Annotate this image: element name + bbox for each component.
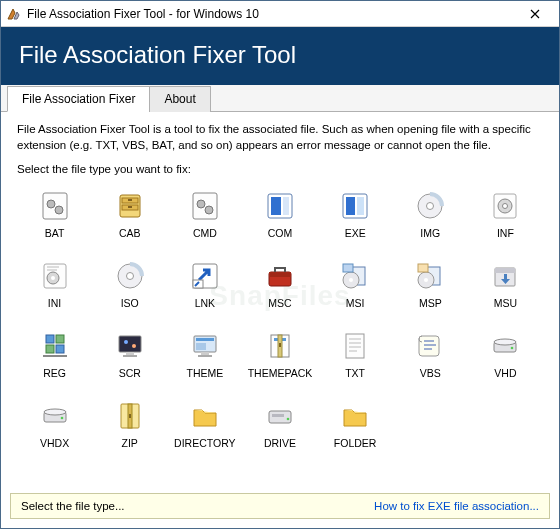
gear-page-icon bbox=[188, 189, 222, 223]
filetype-item-cab[interactable]: CAB bbox=[94, 185, 165, 251]
svg-point-71 bbox=[287, 418, 290, 421]
filetype-item-msi[interactable]: MSI bbox=[320, 255, 391, 321]
svg-point-21 bbox=[503, 204, 508, 209]
svg-point-33 bbox=[349, 278, 353, 282]
filetype-label: MSP bbox=[419, 297, 442, 309]
theme-icon bbox=[188, 329, 222, 363]
svg-rect-48 bbox=[126, 352, 134, 355]
filetype-item-msc[interactable]: MSC bbox=[244, 255, 315, 321]
svg-rect-70 bbox=[272, 414, 284, 417]
filetype-item-reg[interactable]: REG bbox=[19, 325, 90, 391]
filetype-item-com[interactable]: COM bbox=[244, 185, 315, 251]
filetype-item-img[interactable]: IMG bbox=[395, 185, 466, 251]
filetype-item-folder[interactable]: FOLDER bbox=[320, 395, 391, 461]
filetype-label: VHD bbox=[494, 367, 516, 379]
svg-point-64 bbox=[44, 409, 66, 415]
filetype-item-zip[interactable]: ZIP bbox=[94, 395, 165, 461]
installer-icon bbox=[338, 259, 372, 293]
tab-file-association-fixer[interactable]: File Association Fixer bbox=[7, 86, 150, 112]
registry-icon bbox=[38, 329, 72, 363]
filetype-item-directory[interactable]: DIRECTORY bbox=[169, 395, 240, 461]
svg-point-62 bbox=[511, 347, 514, 350]
filetype-label: ISO bbox=[121, 297, 139, 309]
folder-icon bbox=[338, 399, 372, 433]
filetype-item-lnk[interactable]: LNK bbox=[169, 255, 240, 321]
svg-point-9 bbox=[197, 200, 205, 208]
svg-rect-12 bbox=[271, 197, 281, 215]
svg-rect-54 bbox=[198, 355, 212, 357]
toolbox-icon bbox=[263, 259, 297, 293]
close-icon bbox=[530, 9, 540, 19]
filetype-label: LNK bbox=[195, 297, 215, 309]
filetype-label: VHDX bbox=[40, 437, 69, 449]
filetype-item-vbs[interactable]: VBS bbox=[395, 325, 466, 391]
help-link[interactable]: How to fix EXE file association... bbox=[374, 500, 539, 512]
filetype-label: IMG bbox=[420, 227, 440, 239]
svg-rect-40 bbox=[495, 268, 515, 273]
filetype-label: EXE bbox=[345, 227, 366, 239]
disk-icon bbox=[488, 329, 522, 363]
svg-point-24 bbox=[51, 276, 55, 280]
svg-rect-45 bbox=[119, 336, 141, 352]
svg-point-65 bbox=[60, 417, 63, 420]
description-text: File Association Fixer Tool is a tool to… bbox=[17, 122, 543, 153]
filetype-label: BAT bbox=[45, 227, 65, 239]
filetype-label: SCR bbox=[119, 367, 141, 379]
status-message: Select the file type... bbox=[21, 500, 374, 512]
filetype-label: THEMEPACK bbox=[248, 367, 313, 379]
svg-point-37 bbox=[424, 278, 428, 282]
exe-app-icon bbox=[338, 189, 372, 223]
filetype-item-vhd[interactable]: VHD bbox=[470, 325, 541, 391]
themepack-icon bbox=[263, 329, 297, 363]
filetype-label: REG bbox=[43, 367, 66, 379]
filetype-label: THEME bbox=[186, 367, 223, 379]
filetype-item-bat[interactable]: BAT bbox=[19, 185, 90, 251]
filetype-label: ZIP bbox=[122, 437, 138, 449]
com-app-icon bbox=[263, 189, 297, 223]
svg-point-18 bbox=[427, 203, 434, 210]
gear-page-icon bbox=[38, 189, 72, 223]
filetype-item-ini[interactable]: INI bbox=[19, 255, 90, 321]
filetype-label: INF bbox=[497, 227, 514, 239]
filetype-label: CAB bbox=[119, 227, 141, 239]
filetype-label: MSC bbox=[268, 297, 291, 309]
filetype-item-msu[interactable]: MSU bbox=[470, 255, 541, 321]
filetype-label: FOLDER bbox=[334, 437, 377, 449]
svg-rect-13 bbox=[283, 197, 289, 215]
script-icon bbox=[413, 329, 447, 363]
update-box-icon bbox=[488, 259, 522, 293]
filetype-item-inf[interactable]: INF bbox=[470, 185, 541, 251]
installer-patch-icon bbox=[413, 259, 447, 293]
filetype-label: CMD bbox=[193, 227, 217, 239]
svg-rect-58 bbox=[279, 343, 281, 347]
filetype-label: MSI bbox=[346, 297, 365, 309]
filetype-item-cmd[interactable]: CMD bbox=[169, 185, 240, 251]
svg-point-2 bbox=[55, 206, 63, 214]
tab-strip: File Association Fixer About bbox=[1, 85, 559, 112]
drive-icon bbox=[263, 399, 297, 433]
filetype-item-scr[interactable]: SCR bbox=[94, 325, 165, 391]
app-icon bbox=[5, 6, 21, 22]
filetype-item-msp[interactable]: MSP bbox=[395, 255, 466, 321]
svg-rect-44 bbox=[56, 345, 64, 353]
zip-icon bbox=[113, 399, 147, 433]
folder-icon bbox=[188, 399, 222, 433]
filetype-item-themepack[interactable]: THEMEPACK bbox=[244, 325, 315, 391]
filetype-item-drive[interactable]: DRIVE bbox=[244, 395, 315, 461]
filetype-item-vhdx[interactable]: VHDX bbox=[19, 395, 90, 461]
svg-point-47 bbox=[132, 344, 136, 348]
filetype-label: INI bbox=[48, 297, 61, 309]
prompt-text: Select the file type you want to fix: bbox=[17, 163, 543, 175]
window-close-button[interactable] bbox=[515, 2, 555, 26]
screensaver-icon bbox=[113, 329, 147, 363]
filetype-item-exe[interactable]: EXE bbox=[320, 185, 391, 251]
disk-icon bbox=[38, 399, 72, 433]
filetype-item-txt[interactable]: TXT bbox=[320, 325, 391, 391]
svg-point-10 bbox=[205, 206, 213, 214]
tab-content: File Association Fixer Tool is a tool to… bbox=[1, 112, 559, 469]
filetype-item-theme[interactable]: THEME bbox=[169, 325, 240, 391]
filetype-item-iso[interactable]: ISO bbox=[94, 255, 165, 321]
disc-icon bbox=[413, 189, 447, 223]
svg-rect-52 bbox=[196, 343, 206, 350]
tab-about[interactable]: About bbox=[149, 86, 210, 112]
